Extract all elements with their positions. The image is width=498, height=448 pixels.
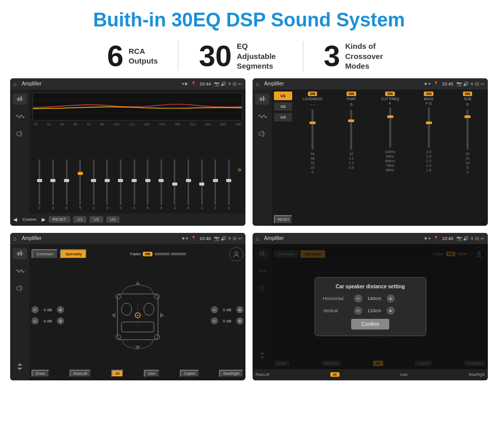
svg-marker-16 bbox=[17, 368, 22, 370]
u3-button[interactable]: U3 bbox=[106, 216, 119, 223]
vol-minus-br[interactable]: − bbox=[211, 317, 218, 324]
reset-button[interactable]: RESET bbox=[49, 216, 71, 223]
vol-minus-bl[interactable]: − bbox=[32, 317, 39, 324]
rearleft-btn[interactable]: RearLeft bbox=[70, 370, 91, 377]
vol-value-tl: 0 dB bbox=[41, 308, 55, 312]
time-4: 10:46 bbox=[442, 236, 453, 241]
sidebar-wave-icon-2[interactable] bbox=[255, 111, 269, 122]
eq-slider-13[interactable]: 0 bbox=[209, 159, 222, 210]
sidebar-wave-icon[interactable] bbox=[13, 111, 27, 122]
u2-button[interactable]: U2 bbox=[89, 216, 103, 223]
eq-slider-4[interactable]: 0 bbox=[87, 159, 100, 210]
eq-slider-7[interactable]: 0 bbox=[128, 159, 140, 210]
fader-toggle[interactable]: ON bbox=[143, 252, 152, 256]
eq-slider-8[interactable]: 0 bbox=[142, 159, 154, 210]
screen-content-1: 25 32 40 50 63 80 100 125 160 200 250 32… bbox=[10, 89, 245, 214]
screen-sidebar-3 bbox=[10, 244, 29, 380]
play-icon[interactable]: ▶ bbox=[42, 217, 46, 222]
svg-point-29 bbox=[154, 335, 160, 340]
eq-slider-0[interactable]: 0 bbox=[34, 159, 46, 210]
xo-toggle-loudness[interactable]: ON bbox=[308, 92, 318, 96]
xo-slider-phat[interactable] bbox=[350, 109, 352, 150]
home-icon-2[interactable]: ⌂ bbox=[256, 81, 259, 87]
xo-slider-loudness[interactable] bbox=[312, 109, 314, 150]
svg-marker-15 bbox=[17, 363, 22, 366]
eq-slider-14[interactable]: 0 bbox=[223, 159, 235, 210]
svg-point-27 bbox=[154, 294, 160, 299]
sidebar-arrows-icon-3[interactable] bbox=[13, 361, 27, 372]
driver-btn[interactable]: Driver bbox=[32, 370, 49, 377]
home-icon-1[interactable]: ⌂ bbox=[13, 81, 17, 87]
eq-slider-6[interactable]: 0 bbox=[115, 159, 127, 210]
user-btn[interactable]: User bbox=[144, 370, 160, 377]
copilot-btn[interactable]: Copilot bbox=[180, 370, 199, 377]
eq-slider-5[interactable]: 0 bbox=[101, 159, 113, 210]
xo-toggle-bass[interactable]: ON bbox=[424, 92, 433, 96]
vol-plus-bl[interactable]: + bbox=[57, 317, 64, 324]
vol-plus-tr[interactable]: + bbox=[236, 306, 243, 313]
eq-slider-11[interactable]: 0 bbox=[182, 159, 195, 210]
sidebar-eq-icon[interactable] bbox=[13, 94, 27, 105]
dialog-horizontal-minus[interactable]: − bbox=[354, 294, 362, 303]
sidebar-eq-icon-2[interactable] bbox=[255, 94, 269, 105]
eq-sliders-area: 0 0 0 5 0 bbox=[33, 128, 242, 211]
sidebar-eq-icon-3[interactable] bbox=[13, 248, 27, 259]
eq-more-icon[interactable]: » bbox=[237, 165, 241, 173]
vol-minus-tl[interactable]: − bbox=[32, 306, 39, 313]
preset-u2[interactable]: U2 bbox=[274, 102, 292, 111]
vol-plus-br[interactable]: + bbox=[236, 317, 243, 324]
xo-toggle-cutfreq[interactable]: ON bbox=[385, 92, 395, 96]
screen-fader: ⌂ Amplifier ■ ● 📍 10:46 📷 🔊 ✕ ⊟ ↩ bbox=[10, 233, 245, 380]
home-icon-3[interactable]: ⌂ bbox=[13, 235, 17, 242]
all-btn[interactable]: All bbox=[111, 370, 123, 377]
rearright-btn[interactable]: RearRight bbox=[219, 370, 243, 377]
location-icon-2: 📍 bbox=[433, 81, 439, 86]
eq-slider-9[interactable]: 0 bbox=[155, 159, 167, 210]
xo-slider-cutfreq[interactable] bbox=[389, 107, 391, 148]
fader-main: Common Specialty Fader ON bbox=[29, 244, 245, 380]
sidebar-speaker-icon[interactable] bbox=[13, 128, 27, 139]
sidebar-speaker-icon-3[interactable] bbox=[13, 283, 27, 294]
dialog-vertical-minus[interactable]: − bbox=[354, 307, 362, 315]
dialog-vertical-plus[interactable]: + bbox=[387, 307, 395, 315]
u1-button[interactable]: U1 bbox=[73, 216, 86, 223]
status-bar-4: ⌂ Amplifier ■ ● 📍 10:46 📷 🔊 ✕ ⊟ ↩ bbox=[253, 233, 488, 244]
xo-slider-bass[interactable] bbox=[428, 107, 430, 148]
xo-toggle-phat[interactable]: ON bbox=[347, 92, 356, 96]
svg-marker-33 bbox=[135, 346, 140, 350]
eq-slider-12[interactable]: -1 bbox=[196, 159, 208, 210]
vol-row-bl: − 0 dB + bbox=[32, 317, 64, 324]
eq-freq-labels: 25 32 40 50 63 80 100 125 160 200 250 32… bbox=[33, 123, 242, 126]
xo-channel-cutfreq: ON CUT FREQ F 100Hz 90Hz 80kHz 70Hz 60Hz bbox=[371, 92, 408, 224]
eq-bottom-bar: ◀ Custom ▶ RESET U1 U2 U3 bbox=[10, 214, 245, 226]
back-icon[interactable]: ◀ bbox=[13, 217, 17, 222]
sidebar-wave-icon-3[interactable] bbox=[13, 265, 27, 277]
eq-slider-1[interactable]: 0 bbox=[47, 159, 59, 210]
status-bar-2: ⌂ Amplifier ■ ● 📍 10:45 📷 🔊 ✕ ⊟ ↩ bbox=[253, 78, 488, 89]
xo-label-cutfreq: CUT FREQ bbox=[381, 97, 399, 101]
sidebar-speaker-icon-2[interactable] bbox=[255, 128, 269, 139]
confirm-button[interactable]: Confirm bbox=[351, 319, 389, 330]
screen-content-4: Common Specialty Fader ON 👤 bbox=[253, 244, 488, 369]
vol-minus-tr[interactable]: − bbox=[211, 306, 218, 313]
vol-plus-tl[interactable]: + bbox=[57, 306, 64, 313]
eq-slider-2[interactable]: 0 bbox=[60, 159, 73, 210]
status-dot-2: ■ ● bbox=[425, 81, 431, 86]
user-icon-circle[interactable] bbox=[229, 247, 243, 261]
home-icon-4[interactable]: ⌂ bbox=[256, 235, 259, 242]
crossover-reset-btn[interactable]: RESET bbox=[274, 215, 292, 224]
dialog-horizontal-label: Horizontal bbox=[323, 296, 351, 301]
preset-u1[interactable]: U1 bbox=[274, 92, 292, 100]
stat-label-0: RCA Outputs bbox=[129, 46, 158, 66]
xo-toggle-sub[interactable]: ON bbox=[463, 92, 473, 96]
preset-u3[interactable]: U3 bbox=[274, 113, 292, 122]
xo-slider-sub[interactable] bbox=[466, 109, 469, 150]
specialty-tab[interactable]: Specialty bbox=[60, 249, 86, 259]
common-tab[interactable]: Common bbox=[32, 249, 58, 259]
dialog-horizontal-plus[interactable]: + bbox=[387, 294, 395, 303]
status-bar-3: ⌂ Amplifier ■ ● 📍 10:46 📷 🔊 ✕ ⊟ ↩ bbox=[10, 233, 245, 244]
eq-slider-3[interactable]: 5 bbox=[74, 159, 86, 210]
eq-slider-10[interactable]: -1 bbox=[169, 159, 181, 210]
crossover-main: U1 U2 U3 RESET ON LOUDNESS ~ ~ bbox=[272, 89, 488, 226]
bottom-bar-4: RearLeft All User RearRight bbox=[253, 369, 488, 380]
